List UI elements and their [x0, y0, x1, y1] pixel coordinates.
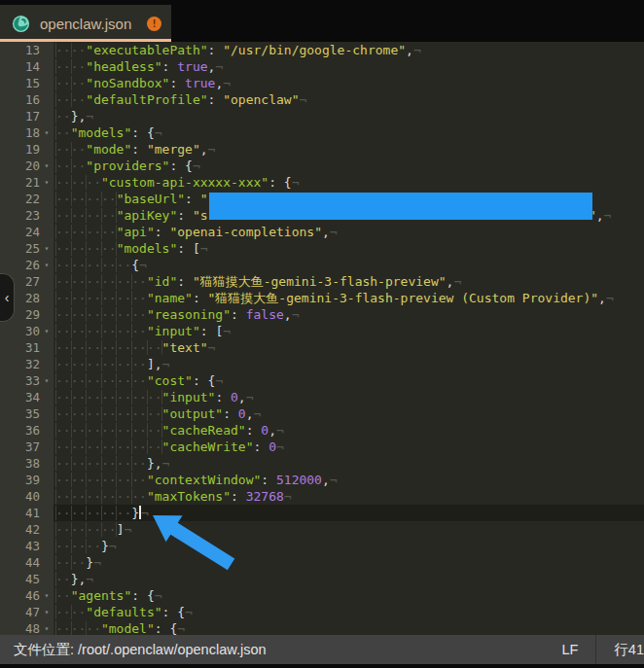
code-line[interactable]: 20▾····"providers": {¬ [0, 158, 644, 174]
code-text[interactable]: ········]¬ [54, 521, 644, 538]
code-line[interactable]: 28············"name": "猫猫摸大鱼-gemini-3-fl… [0, 290, 644, 306]
code-text[interactable]: ··"models": {¬ [54, 124, 644, 141]
tab-openclaw-json[interactable]: openclaw.json ! [0, 5, 171, 42]
line-number: 16 [0, 91, 40, 108]
fold-arrow-icon[interactable]: ▾ [40, 620, 54, 635]
code-text[interactable]: ··············"cacheRead": 0,¬ [54, 422, 644, 439]
code-line[interactable]: 41··········}¬ [0, 505, 644, 521]
code-text[interactable]: ····"mode": "merge",¬ [54, 141, 644, 158]
code-line[interactable]: 45··},¬ [0, 571, 644, 587]
code-line[interactable]: 47▾····"defaults": {¬ [0, 604, 644, 620]
line-number: 23 [0, 207, 40, 224]
code-text[interactable]: ············],¬ [54, 356, 644, 372]
code-text[interactable]: ············"input": [¬ [54, 323, 644, 339]
code-line[interactable]: 13····"executablePath": "/usr/bin/google… [0, 42, 644, 58]
code-line[interactable]: 32············],¬ [0, 356, 644, 372]
code-text[interactable]: ············"maxTokens": 32768¬ [54, 488, 644, 505]
code-text[interactable]: ··"agents": {¬ [54, 587, 644, 604]
code-text[interactable]: ··············"cacheWrite": 0¬ [54, 439, 644, 455]
code-text[interactable]: ········"models": [¬ [54, 240, 644, 257]
code-line[interactable]: 37··············"cacheWrite": 0¬ [0, 439, 644, 455]
code-line[interactable]: 38············},¬ [0, 455, 644, 472]
code-text[interactable]: ············},¬ [54, 455, 644, 472]
line-number: 37 [0, 439, 40, 455]
gutter: 25▾ [0, 240, 54, 257]
code-line[interactable]: 35··············"output": 0,¬ [0, 405, 644, 422]
gutter: 36 [0, 422, 54, 439]
code-line[interactable]: 30▾············"input": [¬ [0, 323, 644, 339]
fold-arrow-icon[interactable]: ▾ [40, 323, 54, 339]
file-location-label: 文件位置: /root/.openclaw/openclaw.json [14, 641, 267, 659]
code-text[interactable]: ········"api": "openai-completions",¬ [54, 224, 644, 240]
fold-arrow-icon[interactable]: ▾ [40, 257, 54, 273]
eol-indicator[interactable]: LF [544, 635, 595, 664]
code-line[interactable]: 43······}¬ [0, 538, 644, 554]
code-text[interactable]: ····"executablePath": "/usr/bin/google-c… [54, 42, 644, 58]
eol-mark: ¬ [86, 572, 93, 586]
gutter: 23 [0, 207, 54, 224]
code-text[interactable]: ··········}¬ [54, 505, 644, 521]
code-line[interactable]: 16····"defaultProfile": "openclaw"¬ [0, 91, 644, 108]
code-text[interactable]: ··············"input": 0,¬ [54, 389, 644, 405]
code-text[interactable]: ····}¬ [54, 554, 644, 571]
code-line[interactable]: 26▾··········{¬ [0, 257, 644, 273]
line-number: 43 [0, 538, 40, 554]
code-line[interactable]: 15····"noSandbox": true,¬ [0, 75, 644, 91]
fold-arrow-icon[interactable]: ▾ [40, 158, 54, 174]
eol-mark: ¬ [155, 125, 162, 140]
code-line[interactable]: 18▾··"models": {¬ [0, 124, 644, 141]
code-line[interactable]: 40············"maxTokens": 32768¬ [0, 488, 644, 505]
code-line[interactable]: 48▾······"model": {¬ [0, 620, 644, 635]
code-text[interactable]: ····"defaults": {¬ [54, 604, 644, 620]
code-line[interactable]: 19····"mode": "merge",¬ [0, 141, 644, 158]
fold-arrow-icon[interactable]: ▾ [40, 124, 54, 141]
sidebar-toggle-handle[interactable]: ‹ [0, 273, 15, 322]
code-text[interactable]: ····"headless": true,¬ [54, 58, 644, 75]
fold-arrow-icon[interactable]: ▾ [40, 587, 54, 604]
code-line[interactable]: 14····"headless": true,¬ [0, 58, 644, 75]
code-text[interactable]: ··},¬ [54, 108, 644, 124]
gutter: 42 [0, 521, 54, 538]
fold-arrow-icon[interactable]: ▾ [40, 372, 54, 389]
fold-arrow-icon[interactable]: ▾ [40, 604, 54, 620]
eol-mark: ¬ [109, 539, 117, 553]
code-text[interactable]: ····"defaultProfile": "openclaw"¬ [54, 91, 644, 108]
code-text[interactable]: ············"cost": {¬ [54, 372, 644, 389]
code-line[interactable]: 46▾··"agents": {¬ [0, 587, 644, 604]
code-text[interactable]: ··············"text"¬ [54, 339, 644, 356]
code-line[interactable]: 31··············"text"¬ [0, 339, 644, 356]
code-text[interactable]: ······"model": {¬ [54, 620, 644, 635]
line-number: 17 [0, 108, 40, 124]
gutter: 16 [0, 91, 54, 108]
code-line[interactable]: 34··············"input": 0,¬ [0, 389, 644, 405]
code-line[interactable]: 25▾········"models": [¬ [0, 240, 644, 257]
line-number: 39 [0, 472, 40, 488]
code-line[interactable]: 42········]¬ [0, 521, 644, 538]
code-line[interactable]: 44····}¬ [0, 554, 644, 571]
code-text[interactable]: ············"contextWindow": 512000,¬ [54, 472, 644, 488]
code-line[interactable]: 39············"contextWindow": 512000,¬ [0, 472, 644, 488]
eol-mark: ¬ [141, 506, 149, 520]
code-line[interactable]: 29············"reasoning": false,¬ [0, 306, 644, 323]
code-text[interactable]: ··},¬ [54, 571, 644, 587]
code-line[interactable]: 27············"id": "猫猫摸大鱼-gemini-3-flas… [0, 273, 644, 290]
code-text[interactable]: ····"noSandbox": true,¬ [54, 75, 644, 91]
gutter: 21▾ [0, 174, 54, 191]
code-line[interactable]: 17··},¬ [0, 108, 644, 124]
code-editor[interactable]: 13····"executablePath": "/usr/bin/google… [0, 42, 644, 635]
line-indicator[interactable]: 行41 [595, 635, 644, 664]
code-text[interactable]: ····"providers": {¬ [54, 158, 644, 174]
code-line[interactable]: 33▾············"cost": {¬ [0, 372, 644, 389]
code-text[interactable]: ··············"output": 0,¬ [54, 405, 644, 422]
code-text[interactable]: ············"id": "猫猫摸大鱼-gemini-3-flash-… [54, 273, 644, 290]
fold-arrow-icon[interactable]: ▾ [40, 174, 54, 191]
code-text[interactable]: ··········{¬ [54, 257, 644, 273]
code-line[interactable]: 24········"api": "openai-completions",¬ [0, 224, 644, 240]
code-text[interactable]: ············"reasoning": false,¬ [54, 306, 644, 323]
code-text[interactable]: ············"name": "猫猫摸大鱼-gemini-3-flas… [54, 290, 644, 306]
code-line[interactable]: 21▾······"custom-api-xxxxx-xxx": {¬ [0, 174, 644, 191]
fold-arrow-icon[interactable]: ▾ [40, 240, 54, 257]
code-text[interactable]: ······}¬ [54, 538, 644, 554]
code-text[interactable]: ······"custom-api-xxxxx-xxx": {¬ [54, 174, 644, 191]
code-line[interactable]: 36··············"cacheRead": 0,¬ [0, 422, 644, 439]
